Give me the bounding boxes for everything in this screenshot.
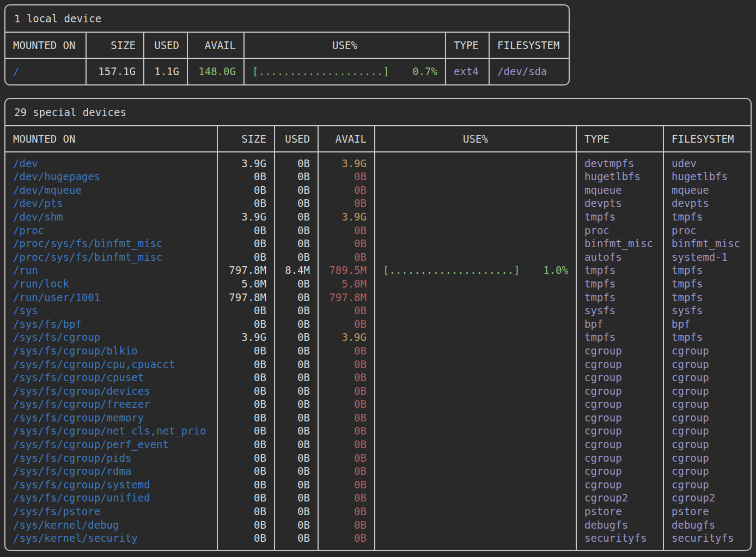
filesystem-cell: tmpfs xyxy=(663,330,751,344)
avail-cell: 0B xyxy=(318,424,374,438)
size-cell: 0B xyxy=(217,505,274,518)
used-cell: 0B xyxy=(274,277,318,291)
size-cell: 0B xyxy=(217,424,274,438)
used-cell: 0B xyxy=(274,317,318,331)
size-cell: 3.9G xyxy=(217,152,274,170)
type-cell: tmpfs xyxy=(576,277,663,291)
mount-point-cell: /run/lock xyxy=(5,277,217,291)
terminal-screen: 1 local device MOUNTED ONSIZEUSEDAVAILUS… xyxy=(0,0,756,555)
avail-cell: 3.9G xyxy=(318,330,374,344)
used-cell: 0B xyxy=(274,411,318,425)
type-cell: cgroup xyxy=(576,397,663,411)
avail-cell: 0B xyxy=(318,505,374,518)
size-cell: 0B xyxy=(217,384,274,398)
column-header-type: TYPE xyxy=(576,126,663,151)
use-percent-cell xyxy=(374,152,576,170)
table-row: /sys/fs/cgroup/perf_event0B0B0Bcgroupcgr… xyxy=(5,438,751,451)
use-percent-cell xyxy=(374,505,576,518)
used-cell: 0B xyxy=(274,424,318,438)
used-cell: 0B xyxy=(274,478,318,492)
avail-cell: 0B xyxy=(318,197,374,210)
used-cell: 0B xyxy=(274,210,318,224)
size-cell: 797.8M xyxy=(217,291,274,304)
filesystem-cell: cgroup xyxy=(663,384,751,398)
avail-cell: 0B xyxy=(318,183,374,197)
table-row: /sys/fs/cgroup/freezer0B0B0Bcgroupcgroup xyxy=(5,397,751,411)
used-cell: 0B xyxy=(274,237,318,250)
avail-cell: 0B xyxy=(318,170,374,183)
use-percent-cell xyxy=(374,371,576,384)
special-table-header: MOUNTED ONSIZEUSEDAVAILUSE%TYPEFILESYSTE… xyxy=(5,126,751,152)
use-percent-cell xyxy=(374,224,576,237)
special-table-body: /dev3.9G0B3.9Gdevtmpfsudev/dev/hugepages… xyxy=(5,152,751,550)
use-percent-cell xyxy=(374,170,576,183)
filesystem-cell: binfmt_misc xyxy=(663,237,751,250)
mount-point-cell: /dev/mqueue xyxy=(5,183,217,197)
mount-point-cell: / xyxy=(5,59,86,84)
mount-point-cell: /proc/sys/fs/binfmt_misc xyxy=(5,250,217,264)
used-cell: 0B xyxy=(274,344,318,358)
use-percent-cell xyxy=(374,304,576,317)
avail-cell: 0B xyxy=(318,237,374,250)
mount-point-cell: /sys/fs/cgroup/blkio xyxy=(5,344,217,358)
usage-percent: 0.7% xyxy=(412,65,437,78)
table-row: /run/lock5.0M0B5.0Mtmpfstmpfs xyxy=(5,277,751,291)
table-row: /sys0B0B0Bsysfssysfs xyxy=(5,304,751,317)
mount-point-cell: /sys/fs/cgroup/systemd xyxy=(5,478,217,492)
filesystem-cell: /dev/sda xyxy=(489,59,569,84)
used-cell: 0B xyxy=(274,451,318,465)
used-cell: 8.4M xyxy=(274,264,318,277)
table-row: /sys/kernel/security0B0B0Bsecurityfssecu… xyxy=(5,531,751,550)
local-table-body: /157.1G1.1G148.0G[....................]0… xyxy=(5,59,569,84)
mount-point-cell: /proc/sys/fs/binfmt_misc xyxy=(5,237,217,250)
use-percent-cell xyxy=(374,277,576,291)
type-cell: sysfs xyxy=(576,304,663,317)
type-cell: securityfs xyxy=(576,531,663,550)
avail-cell: 0B xyxy=(318,438,374,451)
table-row: /proc/sys/fs/binfmt_misc0B0B0Bbinfmt_mis… xyxy=(5,237,751,250)
size-cell: 3.9G xyxy=(217,330,274,344)
use-percent-cell xyxy=(374,250,576,264)
size-cell: 0B xyxy=(217,304,274,317)
type-cell: cgroup xyxy=(576,358,663,371)
table-row: /proc/sys/fs/binfmt_misc0B0B0Bautofssyst… xyxy=(5,250,751,264)
used-cell: 0B xyxy=(274,152,318,170)
avail-cell: 3.9G xyxy=(318,210,374,224)
type-cell: hugetlbfs xyxy=(576,170,663,183)
used-cell: 0B xyxy=(274,397,318,411)
avail-cell: 0B xyxy=(318,478,374,492)
table-row: /sys/fs/cgroup/rdma0B0B0Bcgroupcgroup xyxy=(5,464,751,478)
size-cell: 3.9G xyxy=(217,210,274,224)
type-cell: proc xyxy=(576,224,663,237)
type-cell: mqueue xyxy=(576,183,663,197)
size-cell: 0B xyxy=(217,478,274,492)
size-cell: 0B xyxy=(217,224,274,237)
size-cell: 0B xyxy=(217,411,274,425)
avail-cell: 0B xyxy=(318,411,374,425)
avail-cell: 5.0M xyxy=(318,277,374,291)
filesystem-cell: cgroup xyxy=(663,358,751,371)
filesystem-cell: bpf xyxy=(663,317,751,331)
table-row: /157.1G1.1G148.0G[....................]0… xyxy=(5,59,569,84)
size-cell: 0B xyxy=(217,344,274,358)
avail-cell: 0B xyxy=(318,451,374,465)
use-percent-cell xyxy=(374,197,576,210)
use-percent-cell xyxy=(374,424,576,438)
filesystem-cell: tmpfs xyxy=(663,277,751,291)
type-cell: cgroup2 xyxy=(576,491,663,505)
table-row: /sys/kernel/debug0B0B0Bdebugfsdebugfs xyxy=(5,518,751,532)
column-header-size: SIZE xyxy=(217,126,274,151)
size-cell: 797.8M xyxy=(217,264,274,277)
used-cell: 0B xyxy=(274,438,318,451)
type-cell: devpts xyxy=(576,197,663,210)
type-cell: debugfs xyxy=(576,518,663,532)
column-header-used: USED xyxy=(274,126,318,151)
filesystem-cell: securityfs xyxy=(663,531,751,550)
size-cell: 0B xyxy=(217,317,274,331)
type-cell: cgroup xyxy=(576,438,663,451)
use-percent-cell xyxy=(374,478,576,492)
avail-cell: 0B xyxy=(318,464,374,478)
avail-cell: 0B xyxy=(318,344,374,358)
size-cell: 5.0M xyxy=(217,277,274,291)
used-cell: 0B xyxy=(274,330,318,344)
